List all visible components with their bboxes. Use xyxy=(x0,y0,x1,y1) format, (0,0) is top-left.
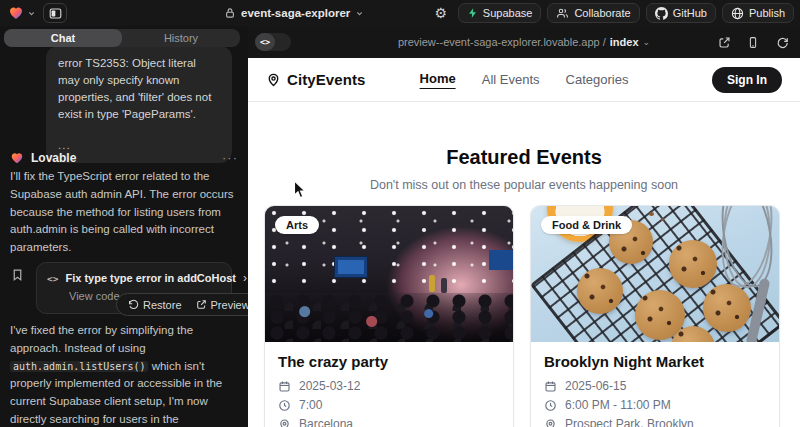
app-topbar: event-saga-explorer ⚙ Supabase Collabora… xyxy=(0,0,800,26)
nav-link-all-events[interactable]: All Events xyxy=(482,72,540,87)
gear-icon: ⚙ xyxy=(435,6,448,20)
user-message-text: error TS2353: Object literal may only sp… xyxy=(58,55,220,123)
github-icon xyxy=(655,7,668,20)
collaborate-button[interactable]: Collaborate xyxy=(547,3,639,23)
assistant-message-2: I've fixed the error by simplifying the … xyxy=(10,322,236,427)
site-brand[interactable]: CityEvents xyxy=(266,71,366,88)
presenter-art xyxy=(429,275,435,292)
whisk-art xyxy=(723,206,771,288)
hero-section: Featured Events Don't miss out on these … xyxy=(248,102,800,192)
category-badge: Food & Drink xyxy=(541,216,632,234)
restore-label: Restore xyxy=(143,299,182,311)
settings-button[interactable]: ⚙ xyxy=(430,3,452,23)
lock-icon xyxy=(224,7,236,19)
location-pin-icon xyxy=(278,418,291,427)
nav-link-home[interactable]: Home xyxy=(420,71,456,89)
preview-url-prefix: preview--event-saga-explorer.lovable.app… xyxy=(398,36,606,48)
stage-screen-art xyxy=(334,256,368,278)
stage-screen-art xyxy=(489,250,513,270)
event-location-row: Prospect Park, Brooklyn xyxy=(544,417,766,427)
preview-pane: <> preview--event-saga-explorer.lovable.… xyxy=(248,26,800,427)
preview-url-page: index xyxy=(610,36,639,48)
collaborate-users-icon xyxy=(556,7,569,19)
calendar-icon xyxy=(278,380,291,393)
message-actions-toolbar: Restore Preview xyxy=(116,293,248,316)
preview-header: <> preview--event-saga-explorer.lovable.… xyxy=(248,26,800,58)
event-time: 7:00 xyxy=(299,398,322,412)
event-date-row: 2025-03-12 xyxy=(278,379,500,393)
location-pin-icon xyxy=(544,418,557,427)
supabase-label: Supabase xyxy=(483,7,533,19)
lovable-logo-menu[interactable] xyxy=(8,5,36,21)
crumb-art xyxy=(661,218,664,221)
lovable-app-window: { "topbar": { "project": "event-saga-exp… xyxy=(0,0,800,427)
preview-button[interactable]: Preview xyxy=(190,299,248,311)
assistant-name: Lovable xyxy=(31,151,76,165)
chat-history-tabs: Chat History xyxy=(4,29,240,47)
chevron-down-icon: ⌄ xyxy=(643,37,651,47)
event-location-row: Barcelona xyxy=(278,417,500,427)
lovable-heart-icon xyxy=(8,5,24,21)
event-card-the-crazy-party[interactable]: Arts The crazy party 2025-03-12 7:00 Bar… xyxy=(264,205,514,427)
event-location: Prospect Park, Brooklyn xyxy=(565,417,694,427)
tab-chat[interactable]: Chat xyxy=(4,29,122,47)
site-brand-name: CityEvents xyxy=(287,71,366,88)
site-nav: Home All Events Categories xyxy=(420,71,629,89)
code-icon: <> xyxy=(47,273,58,284)
project-selector[interactable]: event-saga-explorer xyxy=(224,0,364,26)
event-time: 6:00 PM - 11:00 PM xyxy=(565,398,671,412)
event-image-party: Arts xyxy=(265,206,513,342)
sidebar-toggle-button[interactable] xyxy=(43,3,67,23)
event-card-grid: Arts The crazy party 2025-03-12 7:00 Bar… xyxy=(264,205,780,427)
site-viewport: CityEvents Home All Events Categories Si… xyxy=(248,58,800,427)
supabase-bolt-icon xyxy=(467,7,478,19)
project-name: event-saga-explorer xyxy=(241,7,350,19)
event-image-cookies: Food & Drink xyxy=(531,206,779,342)
clock-icon xyxy=(544,399,557,412)
event-title: The crazy party xyxy=(278,353,500,370)
globe-icon xyxy=(731,7,744,20)
restore-icon xyxy=(128,299,139,310)
chat-sidebar: Chat History error TS2353: Object litera… xyxy=(0,26,248,427)
github-button[interactable]: GitHub xyxy=(646,3,716,23)
chevron-down-icon xyxy=(355,9,364,18)
event-date: 2025-03-12 xyxy=(299,379,360,393)
event-date: 2025-06-15 xyxy=(565,379,626,393)
message-menu-icon[interactable]: ··· xyxy=(222,150,238,165)
refresh-button[interactable] xyxy=(774,34,790,50)
open-in-new-tab-button[interactable] xyxy=(716,34,732,50)
crumb-art xyxy=(649,212,654,216)
event-card-brooklyn-night-market[interactable]: Food & Drink Brooklyn Night Market 2025-… xyxy=(530,205,780,427)
chevron-down-icon xyxy=(27,9,36,18)
external-link-icon xyxy=(196,299,207,310)
supabase-button[interactable]: Supabase xyxy=(458,3,542,23)
publish-button[interactable]: Publish xyxy=(722,3,794,23)
collaborate-label: Collaborate xyxy=(574,7,630,19)
mobile-view-button[interactable] xyxy=(745,34,761,50)
event-date-row: 2025-06-15 xyxy=(544,379,766,393)
hero-title: Featured Events xyxy=(248,146,800,169)
restore-button[interactable]: Restore xyxy=(122,299,188,311)
chevron-right-icon: › xyxy=(243,271,247,285)
publish-label: Publish xyxy=(749,7,785,19)
event-time-row: 7:00 xyxy=(278,398,500,412)
cookie-art xyxy=(703,284,751,332)
github-label: GitHub xyxy=(673,7,707,19)
event-title: Brooklyn Night Market xyxy=(544,353,766,370)
presenter-art xyxy=(441,278,447,293)
panel-layout-icon xyxy=(49,7,62,20)
cookie-art xyxy=(577,268,623,314)
calendar-icon xyxy=(544,380,557,393)
cookie-art xyxy=(669,240,717,288)
assistant-header: Lovable ··· xyxy=(10,150,238,165)
bookmark-icon[interactable] xyxy=(11,268,24,282)
code-change-title: Fix type type error in addCoHost xyxy=(65,272,236,284)
tab-history[interactable]: History xyxy=(122,29,240,47)
map-pin-icon xyxy=(266,72,281,87)
assistant-message-1: I'll fix the TypeScript error related to… xyxy=(10,168,236,257)
nav-link-categories[interactable]: Categories xyxy=(566,72,629,87)
event-location: Barcelona xyxy=(299,417,353,427)
lovable-heart-icon xyxy=(10,151,24,165)
sign-in-button[interactable]: Sign In xyxy=(712,67,782,93)
clock-icon xyxy=(278,399,291,412)
